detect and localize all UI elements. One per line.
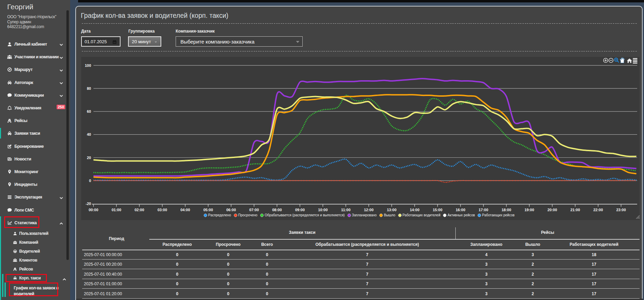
svg-text:14:00: 14:00 [410,208,419,212]
svg-text:-20: -20 [86,202,91,206]
svg-text:60: 60 [87,109,91,113]
svg-text:18:00: 18:00 [502,208,511,212]
svg-text:22:00: 22:00 [593,208,603,212]
svg-text:06:00: 06:00 [226,208,236,212]
svg-text:11:00: 11:00 [341,208,351,212]
svg-text:21:00: 21:00 [570,208,580,212]
svg-text:40: 40 [87,132,91,136]
svg-text:19:00: 19:00 [525,208,534,212]
svg-text:08:00: 08:00 [272,208,282,212]
svg-text:16:00: 16:00 [456,208,465,212]
svg-text:09:00: 09:00 [295,208,305,212]
svg-text:100: 100 [85,63,91,68]
svg-text:07:00: 07:00 [249,208,259,212]
svg-text:12:00: 12:00 [364,208,374,212]
svg-text:20: 20 [87,156,91,160]
svg-text:13:00: 13:00 [387,208,396,212]
svg-text:80: 80 [87,86,91,91]
svg-text:10:00: 10:00 [318,208,328,212]
svg-text:23:00: 23:00 [616,208,626,212]
svg-text:00:00: 00:00 [89,208,98,212]
svg-text:02:00: 02:00 [135,208,144,212]
svg-text:01:00: 01:00 [112,208,121,212]
svg-text:20:00: 20:00 [547,208,557,212]
svg-text:05:00: 05:00 [203,208,213,212]
svg-text:15:00: 15:00 [433,208,442,212]
svg-text:04:00: 04:00 [180,208,190,212]
svg-text:0: 0 [89,179,91,183]
svg-text:17:00: 17:00 [479,208,488,212]
svg-text:03:00: 03:00 [157,208,167,212]
